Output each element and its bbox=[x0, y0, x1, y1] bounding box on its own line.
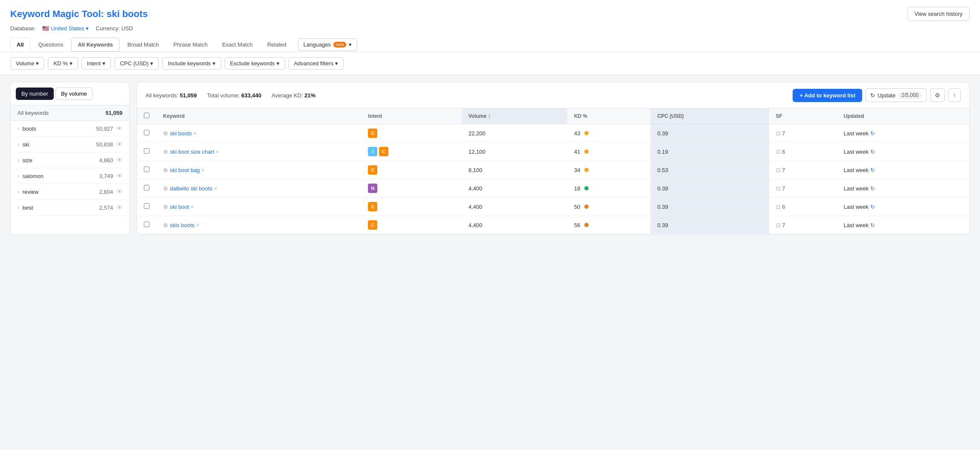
row-checkbox-cell[interactable] bbox=[137, 179, 156, 198]
keyword-link[interactable]: ⊕ ski boot » bbox=[163, 203, 354, 210]
refresh-icon[interactable]: ↻ bbox=[870, 222, 875, 228]
arrow-icon: » bbox=[201, 167, 204, 173]
intent-column-header[interactable]: Intent bbox=[361, 108, 461, 124]
serp-icon[interactable]: ⊡ bbox=[776, 185, 781, 192]
sf-column-header[interactable]: SF bbox=[769, 108, 837, 124]
list-item[interactable]: › review 2,804 👁 bbox=[11, 184, 129, 200]
eye-icon[interactable]: 👁 bbox=[117, 204, 122, 211]
row-checkbox[interactable] bbox=[144, 203, 149, 209]
sort-by-number-button[interactable]: By number bbox=[16, 88, 54, 100]
eye-icon[interactable]: 👁 bbox=[117, 141, 122, 148]
sf-link[interactable]: 6 bbox=[782, 204, 785, 210]
row-checkbox[interactable] bbox=[144, 130, 149, 135]
row-checkbox-cell[interactable] bbox=[137, 198, 156, 216]
row-checkbox-cell[interactable] bbox=[137, 216, 156, 234]
refresh-icon[interactable]: ↻ bbox=[870, 149, 875, 155]
volume-cell: 4,400 bbox=[462, 216, 567, 234]
add-to-keyword-list-button[interactable]: + Add to keyword list bbox=[793, 89, 862, 102]
cpc-filter-label: CPC (USD) bbox=[120, 60, 149, 67]
sf-link[interactable]: 7 bbox=[782, 185, 785, 192]
keyword-link[interactable]: ⊕ skis boots » bbox=[163, 222, 354, 228]
kd-filter[interactable]: KD % ▾ bbox=[48, 57, 78, 70]
select-all-checkbox[interactable] bbox=[144, 113, 149, 118]
keywords-table: Keyword Intent Volume ↕ KD % CPC (USD) S… bbox=[137, 108, 969, 234]
tab-all-keywords[interactable]: All Keywords bbox=[71, 38, 119, 52]
update-button[interactable]: ↻ Update 2/5,000 bbox=[866, 88, 927, 102]
tab-phrase-match[interactable]: Phrase Match bbox=[167, 38, 214, 52]
row-checkbox[interactable] bbox=[144, 167, 149, 172]
intent-cell: N bbox=[361, 179, 461, 198]
kd-cell: 50 bbox=[567, 198, 650, 216]
sf-link[interactable]: 7 bbox=[782, 222, 785, 228]
cpc-column-header[interactable]: CPC (USD) bbox=[650, 108, 769, 124]
sf-link[interactable]: 7 bbox=[782, 167, 785, 173]
updated-cell: Last week ↻ bbox=[837, 198, 970, 216]
sidebar-count: 2,804 bbox=[99, 189, 113, 195]
intent-filter[interactable]: Intent ▾ bbox=[82, 57, 111, 70]
tab-all[interactable]: All bbox=[10, 38, 30, 52]
eye-icon[interactable]: 👁 bbox=[117, 188, 122, 195]
list-item[interactable]: › boots 50,927 👁 bbox=[11, 121, 129, 137]
sf-cell: ⊡ 6 bbox=[769, 198, 837, 216]
serp-icon[interactable]: ⊡ bbox=[776, 204, 781, 210]
keyword-column-header[interactable]: Keyword bbox=[156, 108, 361, 124]
plus-icon[interactable]: ⊕ bbox=[163, 148, 168, 155]
keyword-link[interactable]: ⊕ dalbello ski boots » bbox=[163, 185, 354, 192]
row-checkbox-cell[interactable] bbox=[137, 124, 156, 143]
serp-icon[interactable]: ⊡ bbox=[776, 167, 781, 173]
refresh-icon[interactable]: ↻ bbox=[870, 185, 875, 192]
volume-column-header[interactable]: Volume ↕ bbox=[462, 108, 567, 124]
tab-broad-match[interactable]: Broad Match bbox=[121, 38, 166, 52]
tab-exact-match[interactable]: Exact Match bbox=[216, 38, 259, 52]
settings-button[interactable]: ⚙ bbox=[930, 88, 945, 102]
row-checkbox[interactable] bbox=[144, 148, 149, 154]
keyword-link[interactable]: ⊕ ski boot size chart » bbox=[163, 148, 354, 155]
refresh-icon[interactable]: ↻ bbox=[870, 204, 875, 210]
tab-related[interactable]: Related bbox=[261, 38, 293, 52]
advanced-filters-label: Advanced filters bbox=[294, 60, 334, 67]
kd-cell: 18 bbox=[567, 179, 650, 198]
eye-icon[interactable]: 👁 bbox=[117, 125, 122, 132]
list-item[interactable]: › ski 50,838 👁 bbox=[11, 137, 129, 152]
keyword-link[interactable]: ⊕ ski boot bag » bbox=[163, 167, 354, 173]
languages-button[interactable]: Languages beta ▾ bbox=[298, 38, 357, 51]
kd-column-header[interactable]: KD % bbox=[567, 108, 650, 124]
volume-filter[interactable]: Volume ▾ bbox=[10, 57, 44, 70]
plus-icon[interactable]: ⊕ bbox=[163, 130, 168, 137]
cpc-cell: 0.19 bbox=[650, 143, 769, 161]
volume-filter-label: Volume bbox=[16, 60, 34, 67]
row-checkbox-cell[interactable] bbox=[137, 161, 156, 179]
advanced-filters-button[interactable]: Advanced filters ▾ bbox=[289, 57, 344, 70]
plus-icon[interactable]: ⊕ bbox=[163, 167, 168, 173]
row-checkbox-cell[interactable] bbox=[137, 143, 156, 161]
updated-column-header[interactable]: Updated bbox=[837, 108, 970, 124]
select-all-checkbox-header[interactable] bbox=[137, 108, 156, 124]
sf-link[interactable]: 7 bbox=[782, 130, 785, 137]
serp-icon[interactable]: ⊡ bbox=[776, 149, 781, 155]
row-checkbox[interactable] bbox=[144, 185, 149, 190]
database-selector[interactable]: 🇺🇸 United States ▾ bbox=[42, 25, 89, 32]
sf-link[interactable]: 6 bbox=[782, 149, 785, 155]
serp-icon[interactable]: ⊡ bbox=[776, 222, 781, 228]
serp-icon[interactable]: ⊡ bbox=[776, 130, 781, 137]
row-checkbox[interactable] bbox=[144, 222, 149, 227]
list-item[interactable]: › size 4,860 👁 bbox=[11, 152, 129, 168]
view-history-button[interactable]: View search history bbox=[907, 7, 970, 21]
cpc-filter[interactable]: CPC (USD) ▾ bbox=[114, 57, 159, 70]
list-item[interactable]: › salomon 3,749 👁 bbox=[11, 168, 129, 184]
plus-icon[interactable]: ⊕ bbox=[163, 222, 168, 228]
keyword-link[interactable]: ⊕ ski boots » bbox=[163, 130, 354, 137]
refresh-icon[interactable]: ↻ bbox=[870, 130, 875, 137]
sort-by-volume-button[interactable]: By volume bbox=[55, 88, 93, 100]
plus-icon[interactable]: ⊕ bbox=[163, 185, 168, 192]
include-keywords-filter[interactable]: Include keywords ▾ bbox=[162, 57, 221, 70]
exclude-keywords-filter[interactable]: Exclude keywords ▾ bbox=[225, 57, 285, 70]
list-item[interactable]: › best 2,574 👁 bbox=[11, 200, 129, 216]
export-button[interactable]: ↑ bbox=[948, 88, 961, 102]
tab-questions[interactable]: Questions bbox=[32, 38, 70, 52]
eye-icon[interactable]: 👁 bbox=[117, 157, 122, 164]
plus-icon[interactable]: ⊕ bbox=[163, 203, 168, 210]
intent-badge-c: C bbox=[368, 202, 377, 211]
eye-icon[interactable]: 👁 bbox=[117, 172, 122, 179]
refresh-icon[interactable]: ↻ bbox=[870, 167, 875, 173]
